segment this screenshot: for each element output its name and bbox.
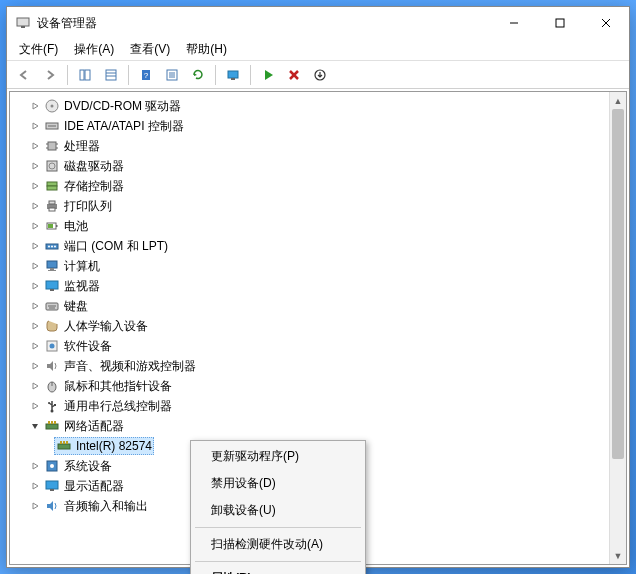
svg-rect-6 xyxy=(80,70,84,80)
ide-icon xyxy=(44,118,60,134)
maximize-button[interactable] xyxy=(537,7,583,39)
chevron-right-icon[interactable] xyxy=(28,179,42,193)
menubar: 文件(F) 操作(A) 查看(V) 帮助(H) xyxy=(7,39,629,61)
chevron-right-icon[interactable] xyxy=(28,299,42,313)
svg-rect-48 xyxy=(46,281,58,289)
chevron-right-icon[interactable] xyxy=(28,119,42,133)
scroll-thumb[interactable] xyxy=(612,109,624,459)
chevron-right-icon[interactable] xyxy=(28,339,42,353)
scrollbar-vertical[interactable]: ▲ ▼ xyxy=(609,92,626,564)
network-icon xyxy=(44,418,60,434)
chevron-right-icon[interactable] xyxy=(28,259,42,273)
update-button[interactable] xyxy=(308,63,332,87)
svg-point-54 xyxy=(50,344,55,349)
chevron-right-icon[interactable] xyxy=(28,139,42,153)
chevron-down-icon[interactable] xyxy=(28,419,42,433)
cm-uninstall-device[interactable]: 卸载设备(U) xyxy=(193,497,363,524)
tree-item[interactable]: 人体学输入设备 xyxy=(10,316,626,336)
chevron-right-icon[interactable] xyxy=(28,379,42,393)
tree-item[interactable]: 鼠标和其他指针设备 xyxy=(10,376,626,396)
svg-rect-67 xyxy=(63,441,65,444)
svg-rect-68 xyxy=(66,441,68,444)
chevron-right-icon[interactable] xyxy=(28,239,42,253)
cpu-icon xyxy=(44,138,60,154)
tree-item-label: Intel(R) 82574 xyxy=(76,439,152,453)
context-menu: 更新驱动程序(P) 禁用设备(D) 卸载设备(U) 扫描检测硬件改动(A) 属性… xyxy=(190,440,366,574)
tree-item[interactable]: 磁盘驱动器 xyxy=(10,156,626,176)
cm-update-driver[interactable]: 更新驱动程序(P) xyxy=(193,443,363,470)
tree-item-label: 人体学输入设备 xyxy=(64,318,148,335)
tree-item[interactable]: 声音、视频和游戏控制器 xyxy=(10,356,626,376)
tree-item-label: 系统设备 xyxy=(64,458,112,475)
tree-item[interactable]: 通用串行总线控制器 xyxy=(10,396,626,416)
refresh-button[interactable] xyxy=(186,63,210,87)
scroll-down-button[interactable]: ▼ xyxy=(610,547,626,564)
tree-item[interactable]: 计算机 xyxy=(10,256,626,276)
tree-item[interactable]: 网络适配器 xyxy=(10,416,626,436)
chevron-right-icon[interactable] xyxy=(28,159,42,173)
tree-item[interactable]: 键盘 xyxy=(10,296,626,316)
tree-item[interactable]: 软件设备 xyxy=(10,336,626,356)
tree-item[interactable]: 处理器 xyxy=(10,136,626,156)
tree-item-label: 磁盘驱动器 xyxy=(64,158,124,175)
back-button[interactable] xyxy=(12,63,36,87)
chevron-right-icon[interactable] xyxy=(28,319,42,333)
svg-rect-3 xyxy=(556,19,564,27)
svg-rect-66 xyxy=(60,441,62,444)
tree-item-label: 音频输入和输出 xyxy=(64,498,148,515)
tree-item[interactable]: 监视器 xyxy=(10,276,626,296)
chevron-right-icon[interactable] xyxy=(28,99,42,113)
chevron-right-icon[interactable] xyxy=(28,199,42,213)
menu-action[interactable]: 操作(A) xyxy=(66,39,122,60)
scan-hardware-button[interactable] xyxy=(221,63,245,87)
show-hide-tree-button[interactable] xyxy=(73,63,97,87)
monitor-icon xyxy=(44,278,60,294)
disk-icon xyxy=(44,158,60,174)
chevron-right-icon[interactable] xyxy=(28,399,42,413)
svg-point-43 xyxy=(51,246,53,248)
tree-item[interactable]: IDE ATA/ATAPI 控制器 xyxy=(10,116,626,136)
computer-icon xyxy=(44,258,60,274)
uninstall-button[interactable] xyxy=(282,63,306,87)
cm-properties[interactable]: 属性(R) xyxy=(193,565,363,574)
help-button[interactable]: ? xyxy=(134,63,158,87)
tree-item[interactable]: 电池 xyxy=(10,216,626,236)
menu-file[interactable]: 文件(F) xyxy=(11,39,66,60)
chevron-right-icon[interactable] xyxy=(28,459,42,473)
cm-scan-hardware[interactable]: 扫描检测硬件改动(A) xyxy=(193,531,363,558)
tree-item[interactable]: 端口 (COM 和 LPT) xyxy=(10,236,626,256)
chevron-right-icon[interactable] xyxy=(28,279,42,293)
list-button[interactable] xyxy=(99,63,123,87)
cm-separator xyxy=(195,527,361,528)
enable-button[interactable] xyxy=(256,63,280,87)
svg-rect-64 xyxy=(54,421,56,424)
scroll-up-button[interactable]: ▲ xyxy=(610,92,626,109)
tree-item-label: 显示适配器 xyxy=(64,478,124,495)
storage-icon xyxy=(44,178,60,194)
tree-item[interactable]: 打印队列 xyxy=(10,196,626,216)
menu-view[interactable]: 查看(V) xyxy=(122,39,178,60)
window-title: 设备管理器 xyxy=(37,15,97,32)
tree-item[interactable]: 存储控制器 xyxy=(10,176,626,196)
cm-separator xyxy=(195,561,361,562)
sound-icon xyxy=(44,358,60,374)
hid-icon xyxy=(44,318,60,334)
scroll-track[interactable] xyxy=(610,109,626,547)
titlebar[interactable]: 设备管理器 xyxy=(7,7,629,39)
tree-item-label: 端口 (COM 和 LPT) xyxy=(64,238,168,255)
system-icon xyxy=(44,458,60,474)
minimize-button[interactable] xyxy=(491,7,537,39)
menu-help[interactable]: 帮助(H) xyxy=(178,39,235,60)
properties-button[interactable] xyxy=(160,63,184,87)
chevron-right-icon[interactable] xyxy=(28,219,42,233)
cm-disable-device[interactable]: 禁用设备(D) xyxy=(193,470,363,497)
toolbar-separator xyxy=(215,65,216,85)
chevron-right-icon[interactable] xyxy=(28,359,42,373)
chevron-right-icon[interactable] xyxy=(28,499,42,513)
tree-item[interactable]: DVD/CD-ROM 驱动器 xyxy=(10,96,626,116)
display-icon xyxy=(44,478,60,494)
svg-rect-61 xyxy=(46,424,58,429)
forward-button[interactable] xyxy=(38,63,62,87)
close-button[interactable] xyxy=(583,7,629,39)
chevron-right-icon[interactable] xyxy=(28,479,42,493)
